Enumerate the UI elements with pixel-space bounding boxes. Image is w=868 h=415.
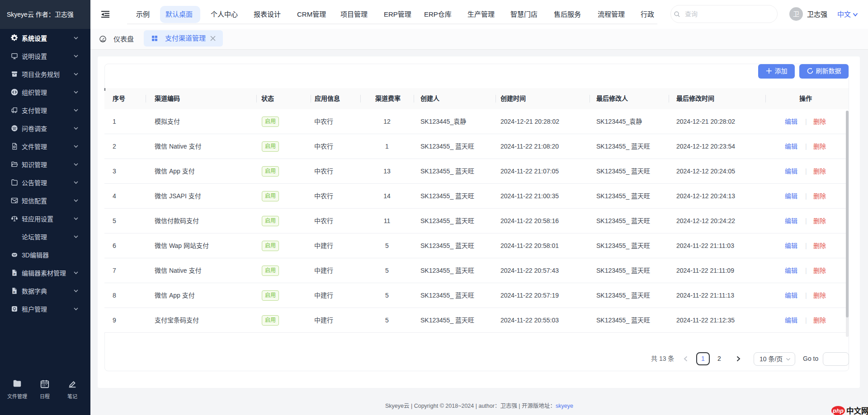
svg-text:中文网: 中文网	[846, 406, 868, 415]
svg-text:php: php	[832, 407, 844, 414]
svg-text:P: P	[14, 273, 15, 275]
svg-text:R: R	[13, 291, 15, 294]
